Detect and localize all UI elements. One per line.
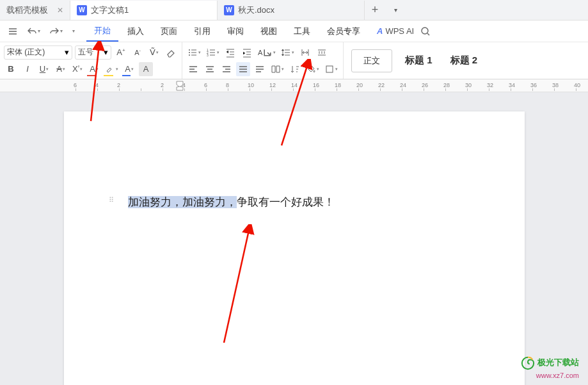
columns-button[interactable]: ▾ xyxy=(269,62,285,76)
style-heading2-button[interactable]: 标题 2 xyxy=(441,54,487,67)
add-tab-button[interactable]: + xyxy=(365,3,385,17)
watermark: 极光下载站 www.xz7.com xyxy=(521,356,579,380)
ruler-tick: 20 xyxy=(356,82,363,88)
align-distribute-button[interactable] xyxy=(253,62,267,76)
text-direction-button[interactable]: A▾ xyxy=(257,45,277,60)
ruler-tick: 24 xyxy=(400,82,406,88)
align-center-button[interactable] xyxy=(203,62,217,76)
ruler-tick: 18 xyxy=(335,82,341,88)
align-right-button[interactable] xyxy=(219,62,234,76)
tabstop-icon xyxy=(317,47,327,58)
redo-icon xyxy=(49,26,60,37)
columns-icon xyxy=(271,64,281,74)
distribute-icon xyxy=(255,64,265,74)
ruler-tick: 32 xyxy=(487,82,493,88)
wps-ai-button[interactable]: A WPS AI xyxy=(377,26,414,36)
document-page[interactable]: ⠿ 加油努力，加油努力，争取有一个好成果！ xyxy=(64,111,525,385)
tab-document-1[interactable]: W 文字文稿1 xyxy=(70,1,218,20)
shading-button[interactable]: ▾ xyxy=(305,62,321,76)
sort-icon xyxy=(290,64,300,74)
align-left-button[interactable] xyxy=(186,62,200,76)
sort-button[interactable] xyxy=(288,62,302,76)
bullet-list-button[interactable]: ▾ xyxy=(186,45,202,60)
tab-label: 文字文稿1 xyxy=(91,4,129,16)
tab-label: 秋天.docx xyxy=(238,4,274,16)
decrease-indent-button[interactable] xyxy=(223,45,237,60)
tab-reference[interactable]: 引用 xyxy=(186,22,218,41)
tab-label: 载稻壳模板 xyxy=(6,4,48,16)
increase-font-button[interactable]: A+ xyxy=(114,45,128,60)
qat-dropdown[interactable]: ▾ xyxy=(68,26,79,37)
font-family-select[interactable] xyxy=(7,45,65,60)
change-case-button[interactable]: Ṽ▾ xyxy=(147,45,161,60)
bullets-icon xyxy=(187,47,198,58)
app-menu-button[interactable] xyxy=(4,24,22,39)
align-center-icon xyxy=(205,64,215,74)
tab-member[interactable]: 会员专享 xyxy=(319,22,368,41)
increase-indent-button[interactable] xyxy=(240,45,254,60)
strike-button[interactable]: A▾ xyxy=(54,62,68,76)
undo-split-button[interactable]: ▾ xyxy=(23,24,44,39)
search-icon[interactable] xyxy=(420,26,431,37)
underline-button[interactable]: U▾ xyxy=(37,62,51,76)
chevron-down-icon: ▾ xyxy=(65,47,69,57)
selected-text: 加油努力，加油努力， xyxy=(128,196,237,208)
font-effects-button[interactable]: A▾ xyxy=(87,62,101,76)
ruler-tick: 36 xyxy=(530,82,537,88)
highlight-button[interactable]: ▾ xyxy=(104,62,120,76)
borders-button[interactable]: ▾ xyxy=(323,62,339,76)
redo-split-button[interactable]: ▾ xyxy=(45,24,67,39)
tab-insert[interactable]: 插入 xyxy=(120,22,152,41)
font-size-select[interactable] xyxy=(78,45,104,60)
tab-settings-button[interactable] xyxy=(315,45,329,60)
align-justify-button[interactable] xyxy=(236,62,250,76)
tab-template[interactable]: 载稻壳模板 ✕ xyxy=(0,1,70,20)
ruler-tick: 14 xyxy=(291,82,298,88)
border-icon xyxy=(324,64,335,74)
ruler-tick: 26 xyxy=(422,82,428,88)
tab-menu-button[interactable]: ▾ xyxy=(385,6,406,13)
font-color-button[interactable]: A▾ xyxy=(122,62,136,76)
numbers-icon: 123 xyxy=(206,47,216,58)
undo-icon xyxy=(27,26,37,37)
unselected-text: 争取有一个好成果！ xyxy=(237,196,335,208)
line-spacing-icon xyxy=(281,47,291,58)
menu-lines-icon xyxy=(8,26,18,37)
tab-tools[interactable]: 工具 xyxy=(286,22,318,41)
word-icon: W xyxy=(77,5,87,15)
char-spacing-button[interactable] xyxy=(298,45,312,60)
line-spacing-button[interactable]: ▾ xyxy=(280,45,296,60)
horizontal-ruler[interactable]: 642246810121416182022242628303234363840 xyxy=(0,79,588,92)
ruler-tick: 6 xyxy=(74,82,77,88)
chevron-down-icon: ▾ xyxy=(104,47,108,57)
tab-document-2[interactable]: W 秋天.docx xyxy=(218,1,365,20)
number-list-button[interactable]: 123▾ xyxy=(205,45,221,60)
svg-point-1 xyxy=(189,49,190,51)
document-viewport[interactable]: ⠿ 加油努力，加油努力，争取有一个好成果！ xyxy=(0,92,588,385)
ruler-tick: 2 xyxy=(117,82,120,88)
svg-point-2 xyxy=(189,52,190,53)
tab-view[interactable]: 视图 xyxy=(253,22,285,41)
ruler-tick: 6 xyxy=(204,82,207,88)
align-right-icon xyxy=(221,64,232,74)
tab-page[interactable]: 页面 xyxy=(153,22,185,41)
svg-rect-7 xyxy=(326,66,333,72)
style-normal-button[interactable]: 正文 xyxy=(351,49,392,72)
ai-icon: A xyxy=(377,26,383,36)
bold-button[interactable]: B xyxy=(4,62,18,76)
ruler-tick: 4 xyxy=(95,82,99,88)
close-icon[interactable]: ✕ xyxy=(57,6,63,15)
decrease-font-button[interactable]: A- xyxy=(131,45,145,60)
clear-format-button[interactable] xyxy=(164,45,178,60)
char-shading-button[interactable]: A xyxy=(139,62,153,76)
ruler-tick: 2 xyxy=(161,82,164,88)
superscript-button[interactable]: X²▾ xyxy=(70,62,84,76)
tab-review[interactable]: 审阅 xyxy=(219,22,251,41)
italic-button[interactable]: I xyxy=(20,62,35,76)
ruler-tick: 4 xyxy=(182,82,186,88)
document-text-line[interactable]: 加油努力，加油努力，争取有一个好成果！ xyxy=(128,195,461,209)
style-heading1-button[interactable]: 标题 1 xyxy=(396,54,441,67)
paragraph-grip-icon[interactable]: ⠿ xyxy=(109,196,113,204)
tab-start[interactable]: 开始 xyxy=(86,21,118,42)
ruler-tick: 28 xyxy=(443,82,450,88)
